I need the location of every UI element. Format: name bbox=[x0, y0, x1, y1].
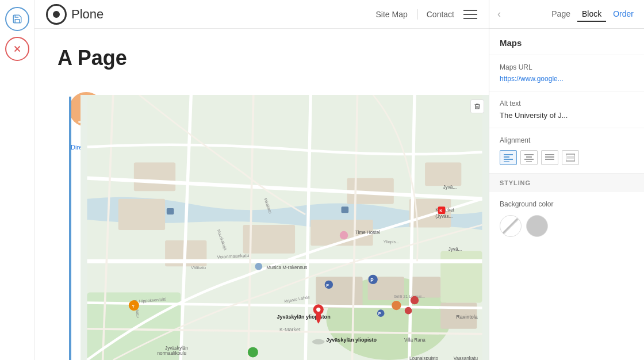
svg-rect-6 bbox=[316, 277, 362, 308]
svg-rect-51 bbox=[342, 206, 349, 213]
svg-text:Jyväskylän yliopisto: Jyväskylän yliopisto bbox=[326, 337, 377, 343]
left-toolbar bbox=[0, 0, 34, 360]
align-right-button[interactable] bbox=[541, 150, 558, 165]
cancel-button[interactable] bbox=[5, 37, 29, 61]
svg-text:Villa Rana: Villa Rana bbox=[404, 338, 425, 343]
svg-text:K: K bbox=[439, 208, 443, 213]
svg-rect-71 bbox=[526, 156, 532, 158]
svg-point-58 bbox=[392, 301, 401, 310]
svg-rect-14 bbox=[134, 163, 175, 192]
svg-text:Jyvä...: Jyvä... bbox=[448, 247, 462, 252]
svg-text:Jyväskylän yliopiston: Jyväskylän yliopiston bbox=[277, 314, 330, 320]
nav-divider bbox=[417, 9, 417, 20]
maps-url-value[interactable]: https://www.google... bbox=[500, 75, 634, 83]
top-nav: Plone Site Map Contact bbox=[34, 0, 489, 29]
svg-point-38 bbox=[255, 263, 262, 270]
background-color-field: Background color bbox=[489, 192, 644, 245]
contact-link[interactable]: Contact bbox=[427, 10, 454, 19]
site-map-link[interactable]: Site Map bbox=[376, 10, 408, 19]
align-right-icon bbox=[545, 154, 554, 162]
map-svg: Voionmaankatu Pikäkatu Hippoksenraitti K… bbox=[80, 95, 489, 360]
alignment-options bbox=[500, 150, 634, 165]
svg-text:Musica M-rakennus: Musica M-rakennus bbox=[266, 265, 307, 270]
svg-text:Grilli 21 Lounai...: Grilli 21 Lounai... bbox=[394, 294, 425, 299]
align-full-button[interactable] bbox=[562, 150, 579, 165]
svg-text:Jyväskylän: Jyväskylän bbox=[165, 346, 188, 351]
page-title: A Page bbox=[57, 46, 466, 70]
svg-rect-74 bbox=[545, 154, 554, 155]
svg-text:Vaasankatu: Vaasankatu bbox=[454, 356, 478, 360]
align-left-icon bbox=[504, 154, 513, 162]
svg-point-59 bbox=[411, 296, 419, 304]
plone-logo-icon bbox=[46, 4, 67, 25]
tab-page[interactable]: Page bbox=[547, 7, 575, 22]
svg-text:P: P bbox=[370, 278, 374, 283]
svg-text:Yliopis...: Yliopis... bbox=[384, 239, 399, 244]
svg-rect-69 bbox=[504, 161, 509, 162]
svg-point-61 bbox=[248, 347, 258, 357]
svg-text:Välikatu: Välikatu bbox=[191, 265, 206, 270]
save-icon bbox=[12, 14, 22, 24]
plone-logo: Plone bbox=[46, 4, 103, 25]
align-full-icon bbox=[566, 154, 575, 162]
svg-point-36 bbox=[340, 231, 348, 239]
svg-rect-73 bbox=[526, 161, 532, 162]
panel-section-title: Maps bbox=[489, 29, 644, 55]
svg-text:normaalikoulu: normaalikoulu bbox=[158, 351, 187, 356]
color-swatch-none[interactable] bbox=[500, 215, 522, 237]
right-panel: ‹ Page Block Order Maps Maps URL https:/… bbox=[489, 0, 644, 360]
tab-order[interactable]: Order bbox=[608, 7, 638, 22]
svg-rect-67 bbox=[504, 156, 509, 158]
styling-section-header: STYLING bbox=[489, 174, 644, 192]
maps-url-field: Maps URL https://www.google... bbox=[489, 55, 644, 91]
svg-rect-75 bbox=[545, 156, 554, 158]
cancel-icon bbox=[12, 44, 22, 54]
save-button[interactable] bbox=[5, 7, 29, 31]
svg-text:Time Hostel: Time Hostel bbox=[355, 230, 380, 235]
left-accent-line bbox=[69, 97, 71, 360]
color-swatches bbox=[500, 215, 634, 237]
alignment-field: Alignment bbox=[489, 128, 644, 174]
svg-rect-68 bbox=[504, 159, 513, 160]
main-content: Plone Site Map Contact A Page ▶ Directio… bbox=[34, 0, 489, 360]
svg-text:Ravintola: Ravintola bbox=[456, 314, 478, 320]
alt-text-value[interactable]: The University of J... bbox=[500, 111, 634, 120]
alt-text-label: Alt text bbox=[500, 99, 634, 108]
panel-nav-back[interactable]: ‹ bbox=[495, 6, 503, 22]
svg-point-40 bbox=[312, 339, 325, 344]
svg-rect-70 bbox=[524, 154, 534, 155]
map-container: Voionmaankatu Pikäkatu Hippoksenraitti K… bbox=[80, 95, 489, 360]
hamburger-menu[interactable] bbox=[463, 10, 477, 19]
align-center-icon bbox=[524, 154, 534, 162]
svg-rect-78 bbox=[567, 156, 574, 159]
svg-text:P: P bbox=[326, 283, 329, 288]
nav-right: Site Map Contact bbox=[376, 9, 478, 20]
svg-rect-50 bbox=[167, 208, 174, 215]
svg-rect-72 bbox=[524, 159, 534, 160]
svg-text:Jyvä...: Jyvä... bbox=[443, 185, 457, 190]
svg-rect-17 bbox=[425, 163, 461, 186]
svg-text:Lounaispuisto: Lounaispuisto bbox=[409, 356, 439, 360]
svg-text:K-Market: K-Market bbox=[279, 327, 301, 332]
svg-point-60 bbox=[405, 307, 412, 315]
svg-point-42 bbox=[316, 308, 320, 312]
maps-url-label: Maps URL bbox=[500, 63, 634, 71]
svg-rect-76 bbox=[545, 159, 554, 160]
svg-rect-5 bbox=[440, 251, 482, 302]
svg-rect-13 bbox=[118, 199, 165, 230]
page-body: A Page ▶ Directions bbox=[34, 29, 489, 360]
align-left-button[interactable] bbox=[500, 150, 517, 165]
svg-text:(Jyväs...: (Jyväs... bbox=[435, 214, 453, 219]
background-color-label: Background color bbox=[500, 200, 634, 208]
plone-logo-text: Plone bbox=[71, 7, 103, 22]
tab-block[interactable]: Block bbox=[577, 7, 606, 22]
alt-text-field: Alt text The University of J... bbox=[489, 91, 644, 128]
svg-text:P: P bbox=[378, 311, 381, 316]
align-center-button[interactable] bbox=[520, 150, 538, 165]
svg-rect-66 bbox=[504, 154, 513, 155]
map-delete-button[interactable] bbox=[470, 99, 484, 113]
panel-tabs: ‹ Page Block Order bbox=[489, 0, 644, 29]
svg-text:Y: Y bbox=[132, 304, 135, 309]
alignment-label: Alignment bbox=[500, 136, 634, 144]
color-swatch-gray[interactable] bbox=[526, 215, 548, 237]
